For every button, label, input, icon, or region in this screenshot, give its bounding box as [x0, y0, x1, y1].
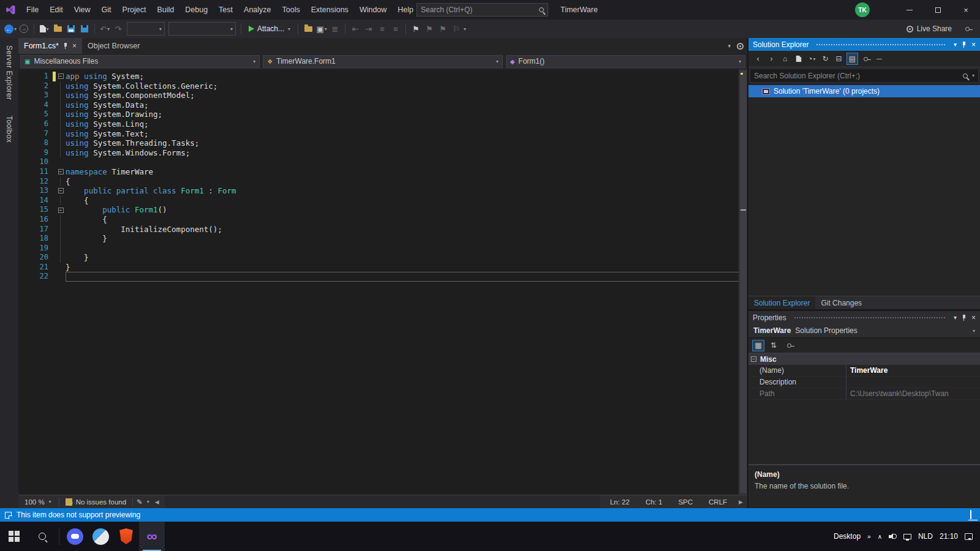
line-number[interactable]: 20: [28, 253, 53, 263]
open-file-button[interactable]: [51, 22, 64, 36]
attach-button[interactable]: Attach... ▾: [244, 21, 295, 36]
solution-search-input[interactable]: [754, 72, 959, 80]
taskbar-app-edge[interactable]: [88, 522, 113, 551]
line-number[interactable]: 3: [28, 91, 53, 100]
code-line-18[interactable]: 18 }: [18, 234, 747, 244]
window-position-icon[interactable]: ▾: [954, 41, 957, 48]
code-line-21[interactable]: 21}: [18, 263, 747, 272]
taskbar-app-brave[interactable]: [113, 522, 139, 551]
notifications-bell-icon[interactable]: [970, 510, 971, 519]
menu-project[interactable]: Project: [117, 0, 152, 20]
preview-selected-button[interactable]: ─: [873, 53, 885, 65]
alphabetical-button[interactable]: ⇅: [767, 340, 780, 351]
menu-view[interactable]: View: [69, 0, 96, 20]
code-line-15[interactable]: 15− public Form1(): [18, 205, 747, 215]
tab-options-icon[interactable]: [737, 43, 744, 50]
code-line-11[interactable]: 11−namespace TimerWare: [18, 167, 747, 177]
line-number[interactable]: 8: [28, 138, 53, 148]
line-number[interactable]: 5: [28, 110, 53, 119]
hscroll-right-arrow[interactable]: ▶: [737, 499, 745, 505]
scrollbar-thumb[interactable]: [740, 70, 747, 493]
type-dropdown[interactable]: ❖ TimerWare.Form1 ▾: [263, 55, 502, 68]
document-health-indicator[interactable]: No issues found: [63, 498, 129, 506]
line-number[interactable]: 2: [28, 81, 53, 91]
menu-edit[interactable]: Edit: [44, 0, 69, 20]
window-position-icon[interactable]: ▾: [954, 314, 957, 321]
eol-indicator[interactable]: CRLF: [703, 498, 733, 506]
code-line-12[interactable]: 12{: [18, 177, 747, 187]
encoding-indicator[interactable]: SPC: [672, 498, 699, 506]
line-number[interactable]: 11: [28, 167, 53, 177]
line-number[interactable]: 10: [28, 157, 53, 167]
column-indicator[interactable]: Ch: 1: [639, 498, 669, 506]
menu-extensions[interactable]: Extensions: [306, 0, 354, 20]
line-number[interactable]: 12: [28, 177, 53, 187]
vertical-scrollbar[interactable]: [739, 69, 747, 495]
save-all-button[interactable]: [78, 22, 91, 36]
hidden-icons-chevron[interactable]: ∧: [878, 533, 882, 540]
home-button[interactable]: ⌂: [779, 53, 791, 65]
code-line-19[interactable]: 19: [18, 244, 747, 253]
active-files-dropdown[interactable]: ▾: [728, 43, 731, 49]
menu-window[interactable]: Window: [354, 0, 392, 20]
toolbar-expand-icon[interactable]: »: [867, 533, 871, 540]
line-number[interactable]: 21: [28, 263, 53, 272]
tab-solution-explorer[interactable]: Solution Explorer: [748, 296, 815, 309]
code-line-9[interactable]: 9using System.Windows.Forms;: [18, 148, 747, 158]
fold-collapse-icon[interactable]: −: [58, 169, 64, 174]
code-line-3[interactable]: 3using System.ComponentModel;: [18, 91, 747, 100]
account-avatar[interactable]: TK: [855, 2, 870, 17]
clear-bookmarks-button[interactable]: ⚐: [450, 22, 462, 36]
refresh-button[interactable]: ↻: [820, 53, 831, 65]
close-icon[interactable]: ×: [971, 313, 976, 322]
line-number[interactable]: 19: [28, 244, 53, 253]
solution-root-item[interactable]: Solution 'TimerWare' (0 projects): [748, 85, 980, 97]
language-indicator[interactable]: NLD: [918, 532, 933, 541]
line-number[interactable]: 14: [28, 196, 53, 206]
category-misc[interactable]: − Misc: [748, 353, 980, 365]
quick-search-input[interactable]: [421, 6, 539, 14]
minimize-button[interactable]: [895, 0, 924, 20]
code-line-7[interactable]: 7using System.Text;: [18, 129, 747, 139]
code-line-13[interactable]: 13− public partial class Form1 : Form: [18, 186, 747, 196]
configuration-combo[interactable]: ▾: [127, 22, 165, 36]
switch-views-button[interactable]: [793, 53, 804, 65]
outdent-button[interactable]: ⇤: [349, 22, 361, 36]
forward-button[interactable]: ›: [766, 53, 777, 65]
platform-combo[interactable]: ▾: [168, 22, 236, 36]
tab-form1-cs[interactable]: Form1.cs* ×: [18, 38, 82, 54]
horizontal-scrollbar[interactable]: [165, 495, 600, 508]
panel-grip[interactable]: [816, 43, 946, 46]
line-number[interactable]: 6: [28, 119, 53, 129]
previous-bookmark-button[interactable]: ⚑: [423, 22, 435, 36]
code-line-1[interactable]: 1−app using System;: [18, 72, 747, 81]
menu-debug[interactable]: Debug: [179, 0, 213, 20]
quick-search-box[interactable]: [417, 3, 548, 17]
code-line-16[interactable]: 16 {: [18, 215, 747, 225]
network-icon[interactable]: [903, 534, 911, 539]
chart-button[interactable]: ≣: [329, 22, 341, 36]
property-row[interactable]: (Name)TimerWare: [748, 365, 980, 377]
menu-test[interactable]: Test: [213, 0, 238, 20]
line-number[interactable]: 13: [28, 186, 53, 196]
property-pages-button[interactable]: [783, 340, 795, 351]
save-button[interactable]: [65, 22, 77, 36]
menu-git[interactable]: Git: [96, 0, 117, 20]
uncomment-button[interactable]: ≡: [390, 22, 402, 36]
maximize-button[interactable]: [924, 0, 952, 20]
live-share-button[interactable]: Live Share: [907, 24, 952, 33]
code-line-10[interactable]: 10: [18, 157, 747, 167]
image-watch-button[interactable]: ▣▾: [315, 22, 328, 36]
property-row[interactable]: PathC:\Users\twank\Desktop\Twan: [748, 388, 980, 400]
properties-button[interactable]: [860, 53, 872, 65]
undo-button[interactable]: ↶▾: [99, 22, 111, 36]
fold-collapse-icon[interactable]: −: [58, 208, 64, 213]
toggle-bookmark-button[interactable]: ⚑: [410, 22, 422, 36]
tab-object-browser[interactable]: Object Browser: [82, 38, 145, 54]
volume-icon[interactable]: [889, 533, 897, 539]
search-options-icon[interactable]: ▾: [972, 73, 974, 78]
panel-grip[interactable]: [794, 316, 946, 319]
code-line-20[interactable]: 20 }: [18, 253, 747, 263]
project-dropdown[interactable]: ▣ Miscellaneous Files ▾: [20, 55, 260, 68]
tab-git-changes[interactable]: Git Changes: [815, 296, 867, 309]
